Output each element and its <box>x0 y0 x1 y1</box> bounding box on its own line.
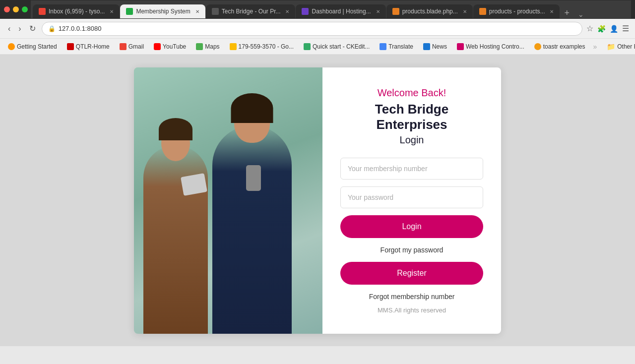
tab-products1[interactable]: products.blade.php... ✕ <box>386 4 473 18</box>
forward-button[interactable]: › <box>16 22 23 35</box>
browser-chrome: Inbox (6,959) - tyso... ✕ Membership Sys… <box>0 0 635 55</box>
products1-favicon <box>392 8 399 15</box>
bookmark-ckeditor-label: Quick start - CKEdit... <box>313 43 370 50</box>
tab-gmail-close[interactable]: ✕ <box>110 9 114 14</box>
tab-products2-label: products - products... <box>489 8 545 15</box>
title-bar: Inbox (6,959) - tyso... ✕ Membership Sys… <box>0 0 635 19</box>
membership-number-input[interactable] <box>340 158 483 180</box>
url-bar: ‹ › ↻ 🔒 127.0.0.1:8080 ☆ 🧩 👤 ☰ <box>0 19 635 39</box>
maps-icon <box>196 43 203 50</box>
login-title: Login <box>400 134 424 146</box>
new-tab-button[interactable]: + <box>560 8 573 18</box>
copyright-text: MMS.All rights reserved <box>378 306 446 314</box>
bookmark-ckeditor[interactable]: Quick start - CKEdit... <box>300 42 374 51</box>
webhosting-icon <box>457 43 464 50</box>
url-display[interactable]: 127.0.0.1:8080 <box>59 25 102 32</box>
phone-icon <box>230 43 237 50</box>
firefox-icon <box>8 43 15 50</box>
bookmark-gmail-label: Gmail <box>128 43 144 50</box>
bookmark-star-icon[interactable]: ☆ <box>586 24 593 33</box>
tab-hostinger[interactable]: Dashboard | Hosting... ✕ <box>296 4 385 18</box>
tab-techbridge-label: Tech Bridge - Our Pr... <box>222 8 281 15</box>
bookmark-translate[interactable]: Translate <box>376 42 417 51</box>
bookmark-translate-label: Translate <box>388 43 413 50</box>
tab-gmail-label: Inbox (6,959) - tyso... <box>49 8 105 15</box>
url-bar-icons: ☆ 🧩 👤 ☰ <box>586 24 629 33</box>
minimize-button[interactable] <box>13 6 19 12</box>
toastr-icon <box>534 43 541 50</box>
news-icon <box>423 43 430 50</box>
tab-membership-close[interactable]: ✕ <box>195 9 199 14</box>
hostinger-favicon <box>302 8 309 15</box>
page-content: Welcome Back! Tech Bridge Enterprises Lo… <box>0 55 635 346</box>
back-button[interactable]: ‹ <box>6 22 12 35</box>
bookmark-webhosting-label: Web Hosting Contro... <box>466 43 524 50</box>
translate-icon <box>380 43 386 50</box>
bookmark-webhosting[interactable]: Web Hosting Contro... <box>453 42 528 51</box>
membership-favicon <box>126 8 133 15</box>
techbridge-favicon <box>212 8 219 15</box>
folder-icon: 📁 <box>607 43 615 51</box>
login-form-panel: Welcome Back! Tech Bridge Enterprises Lo… <box>322 67 501 334</box>
traffic-lights <box>4 6 28 12</box>
tab-products1-label: products.blade.php... <box>402 8 458 15</box>
bookmarks-bar: Getting Started QTLR-Home Gmail YouTube … <box>0 39 635 55</box>
bookmarks-overflow[interactable]: » <box>591 43 599 51</box>
gmail-bm-icon <box>120 43 127 50</box>
tab-hostinger-close[interactable]: ✕ <box>376 9 380 14</box>
tab-products2[interactable]: products - products... ✕ <box>473 4 560 18</box>
tab-membership[interactable]: Membership System ✕ <box>120 4 205 18</box>
bookmark-toastr-label: toastr examples <box>543 43 585 50</box>
bookmark-getting-started[interactable]: Getting Started <box>4 42 61 51</box>
forgot-password-link[interactable]: Forgot my password <box>381 246 444 254</box>
login-button[interactable]: Login <box>340 215 483 238</box>
bookmark-youtube[interactable]: YouTube <box>150 42 190 51</box>
menu-icon[interactable]: ☰ <box>622 24 629 33</box>
bookmark-qtlr[interactable]: QTLR-Home <box>63 42 114 51</box>
products2-favicon <box>479 8 486 15</box>
bookmark-phone[interactable]: 179-559-3570 - Go... <box>226 42 298 51</box>
profile-icon[interactable]: 👤 <box>610 25 618 33</box>
reload-button[interactable]: ↻ <box>27 22 38 35</box>
login-image-panel <box>134 67 322 334</box>
register-button[interactable]: Register <box>340 262 483 285</box>
bookmark-qtlr-label: QTLR-Home <box>76 43 110 50</box>
bookmark-toastr[interactable]: toastr examples <box>530 42 589 51</box>
tabs-bar: Inbox (6,959) - tyso... ✕ Membership Sys… <box>31 0 631 18</box>
tab-gmail[interactable]: Inbox (6,959) - tyso... ✕ <box>33 4 120 18</box>
bookmark-getting-started-label: Getting Started <box>17 43 57 50</box>
bookmark-maps[interactable]: Maps <box>192 42 223 51</box>
bookmark-news-label: News <box>432 43 447 50</box>
bookmark-news[interactable]: News <box>419 42 451 51</box>
welcome-text: Welcome Back! <box>378 87 446 99</box>
bookmark-phone-label: 179-559-3570 - Go... <box>239 43 294 50</box>
qtlr-icon <box>67 43 74 50</box>
tab-techbridge-close[interactable]: ✕ <box>285 9 289 14</box>
bookmark-other[interactable]: 📁 Other Bookmarks <box>603 42 635 52</box>
login-card: Welcome Back! Tech Bridge Enterprises Lo… <box>134 67 501 334</box>
security-icon: 🔒 <box>48 25 56 32</box>
forgot-membership-link[interactable]: Forgot membership number <box>369 293 455 301</box>
bookmark-youtube-label: YouTube <box>163 43 186 50</box>
close-button[interactable] <box>4 6 10 12</box>
bookmark-maps-label: Maps <box>205 43 219 50</box>
gmail-favicon <box>39 8 46 15</box>
company-name: Tech Bridge Enterprises <box>340 102 483 132</box>
tab-products2-close[interactable]: ✕ <box>550 9 554 14</box>
extensions-icon[interactable]: 🧩 <box>597 25 606 33</box>
youtube-icon <box>154 43 161 50</box>
tab-techbridge[interactable]: Tech Bridge - Our Pr... ✕ <box>206 4 296 18</box>
tab-membership-label: Membership System <box>136 8 190 15</box>
bookmark-gmail[interactable]: Gmail <box>116 42 148 51</box>
tab-overflow-button[interactable]: ⌄ <box>574 10 588 18</box>
hero-image <box>134 67 322 334</box>
maximize-button[interactable] <box>22 6 28 12</box>
tab-products1-close[interactable]: ✕ <box>463 9 467 14</box>
password-input[interactable] <box>340 186 483 208</box>
bookmark-other-label: Other Bookmarks <box>617 43 635 50</box>
ckeditor-icon <box>304 43 311 50</box>
tab-hostinger-label: Dashboard | Hosting... <box>312 8 371 15</box>
